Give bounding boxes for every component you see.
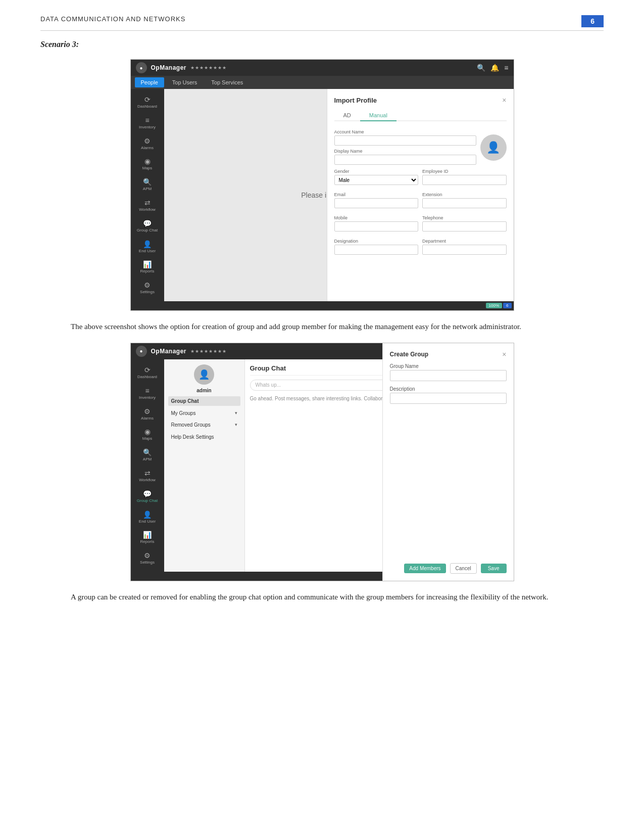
main-layout: ⟳ Dashboard ≡ Inventory ⚙ Alarms ◉ Maps …: [131, 89, 514, 301]
sidebar-item-enduser[interactable]: 👤 End User: [131, 238, 164, 256]
removedgroups-arrow: ▾: [235, 422, 237, 427]
create-group-dialog: Create Group × Group Name Description Ad…: [382, 343, 514, 581]
sidebar2-item-inventory[interactable]: ≡ Inventory: [131, 384, 164, 403]
sidebar2-label-apm: APM: [143, 457, 152, 462]
sidebar-label-alarms: Alarms: [141, 146, 154, 151]
sidebar-item-maps[interactable]: ◉ Maps: [131, 155, 164, 173]
cg-buttons: Add Members Cancel Save: [390, 563, 507, 574]
content-area: Please import AD Users Import Profile × …: [164, 89, 514, 301]
save-button[interactable]: Save: [481, 564, 507, 573]
input-email[interactable]: [334, 198, 419, 208]
avatar-placeholder: 👤: [480, 134, 507, 161]
paragraph2: A group can be created or removed for en…: [71, 590, 604, 604]
sidebar2-item-reports[interactable]: 📊 Reports: [131, 528, 164, 547]
sidebar-label-apm: APM: [143, 187, 152, 192]
groupchat-icon: 💬: [143, 219, 152, 227]
search-icon[interactable]: 🔍: [477, 64, 485, 72]
sidebar2-item-maps[interactable]: ◉ Maps: [131, 425, 164, 444]
tab-people[interactable]: People: [135, 77, 164, 87]
sidebar2-item-workflow[interactable]: ⇄ Workflow: [131, 467, 164, 485]
inventory-icon2: ≡: [145, 387, 149, 395]
sidebar-item-dashboard[interactable]: ⟳ Dashboard: [131, 93, 164, 112]
sidebar2-item-dashboard[interactable]: ⟳ Dashboard: [131, 363, 164, 382]
form-group-telephone: Telephone: [422, 215, 507, 231]
input-designation[interactable]: [334, 245, 419, 255]
sidebar-item-apm[interactable]: 🔍 APM: [131, 175, 164, 194]
input-extension[interactable]: [422, 198, 507, 208]
sidebar-item-reports[interactable]: 📊 Reports: [131, 258, 164, 276]
menu-icon[interactable]: ≡: [504, 64, 508, 72]
sidebar2-item-settings[interactable]: ⚙ Settings: [131, 549, 164, 568]
sidebar-item-alarms[interactable]: ⚙ Alarms: [131, 134, 164, 153]
page-number-box: 6: [581, 15, 604, 27]
form-row-gender-empid: Gender Male Female Employee ID: [334, 169, 507, 185]
tab-manual[interactable]: Manual: [360, 110, 397, 121]
settings-icon: ⚙: [144, 281, 151, 289]
sidebar2-label-alarms: Alarms: [141, 416, 154, 421]
sidebar2-item-apm[interactable]: 🔍 APM: [131, 446, 164, 465]
side-nav-groupchat[interactable]: Group Chat: [168, 396, 240, 406]
page-title-text: DATA COMMUNICATION AND NETWORKS: [40, 15, 185, 23]
side-nav-mygroups[interactable]: My Groups ▾: [168, 409, 240, 418]
cancel-button[interactable]: Cancel: [450, 563, 477, 574]
sidebar2-label-maps: Maps: [142, 437, 153, 441]
cg-input-group-name[interactable]: [390, 370, 507, 381]
sidebar-label-groupchat: Group Chat: [137, 228, 158, 233]
admin-name: admin: [196, 388, 211, 393]
dialog-header: Import Profile ×: [334, 96, 507, 104]
cg-input-description[interactable]: [390, 393, 507, 404]
cg-form-description: Description: [390, 386, 507, 404]
opmanager-name2: OpManager: [151, 348, 187, 355]
sidebar-label-inventory: Inventory: [139, 125, 156, 130]
side-nav-helpdesk[interactable]: Help Desk Settings: [168, 432, 240, 442]
form-group-display-name: Display Name: [334, 149, 476, 165]
input-display-name[interactable]: [334, 155, 476, 165]
form-left-section: Account Name Display Name: [334, 129, 476, 165]
form-top-row: Account Name Display Name 👤: [334, 129, 507, 165]
input-account-name[interactable]: [334, 135, 476, 146]
sidebar2-item-alarms[interactable]: ⚙ Alarms: [131, 405, 164, 424]
scenario-heading: Scenario 3:: [40, 40, 604, 49]
tab-top-users[interactable]: Top Users: [166, 77, 204, 87]
tab-ad[interactable]: AD: [334, 110, 360, 120]
topbar-icons: 🔍 🔔 ≡: [477, 64, 508, 72]
add-members-button[interactable]: Add Members: [404, 564, 445, 573]
status-blue: 6: [503, 303, 511, 308]
input-mobile[interactable]: [334, 221, 419, 231]
bell-icon[interactable]: 🔔: [490, 64, 499, 72]
sidebar2-item-enduser[interactable]: 👤 End User: [131, 508, 164, 527]
sidebar2-label-inventory: Inventory: [139, 396, 156, 400]
sidebar-item-settings[interactable]: ⚙ Settings: [131, 279, 164, 297]
tab-top-services[interactable]: Top Services: [205, 77, 249, 87]
form-group-designation: Designation: [334, 239, 419, 255]
groupchat-icon2: 💬: [143, 490, 152, 498]
opmanager-topbar: ● OpManager ★★★★★★★★ 🔍 🔔 ≡: [131, 60, 514, 76]
opmanager-logo2: ●: [136, 346, 147, 357]
sidebar-item-groupchat[interactable]: 💬 Group Chat: [131, 217, 164, 236]
input-department[interactable]: [422, 245, 507, 255]
screenshot1: ● OpManager ★★★★★★★★ 🔍 🔔 ≡ People Top Us…: [130, 59, 514, 311]
dialog-title: Import Profile: [334, 97, 377, 104]
maps-icon2: ◉: [144, 428, 151, 436]
dashboard-icon2: ⟳: [144, 366, 151, 374]
sidebar2-item-groupchat[interactable]: 💬 Group Chat: [131, 487, 164, 506]
dialog-close-button[interactable]: ×: [502, 96, 506, 104]
mygroups-label: My Groups: [171, 410, 196, 416]
sidebar-item-workflow[interactable]: ⇄ Workflow: [131, 196, 164, 215]
apm-icon2: 🔍: [143, 448, 152, 456]
status-bar: 100% 6: [131, 301, 514, 310]
input-telephone[interactable]: [422, 221, 507, 231]
sidebar2-label-workflow: Workflow: [139, 478, 156, 483]
label-telephone: Telephone: [422, 215, 507, 220]
sidebar-item-inventory[interactable]: ≡ Inventory: [131, 114, 164, 132]
tab-bar: People Top Users Top Services: [131, 76, 514, 89]
select-gender[interactable]: Male Female: [334, 175, 419, 185]
input-employee-id[interactable]: [422, 175, 507, 185]
sidebar2-label-settings: Settings: [140, 561, 155, 565]
form-group-mobile: Mobile: [334, 215, 419, 231]
cg-close-button[interactable]: ×: [502, 350, 506, 358]
side-nav-removedgroups[interactable]: Removed Groups ▾: [168, 421, 240, 429]
form-group-employee-id: Employee ID: [422, 169, 507, 185]
form-group-email: Email: [334, 192, 419, 208]
mygroups-arrow: ▾: [235, 410, 237, 415]
